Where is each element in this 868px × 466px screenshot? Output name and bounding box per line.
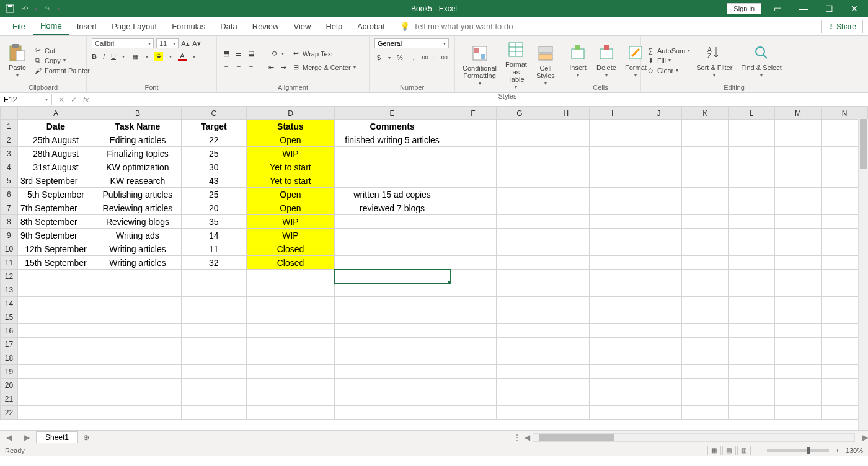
cell-B19[interactable] [94, 365, 182, 379]
cell-A12[interactable] [17, 270, 94, 283]
cell-D8[interactable]: WIP [246, 215, 334, 229]
cell-M4[interactable] [775, 160, 822, 174]
cell-E15[interactable] [335, 310, 450, 324]
cell-H16[interactable] [542, 324, 589, 338]
cell-L12[interactable] [728, 270, 775, 283]
tab-formulas[interactable]: Formulas [164, 18, 213, 35]
cell-L19[interactable] [728, 365, 775, 379]
cell-M15[interactable] [775, 310, 822, 324]
cell-G7[interactable] [496, 201, 542, 215]
column-header-A[interactable]: A [17, 107, 94, 120]
cell-G13[interactable] [496, 283, 542, 297]
copy-button[interactable]: ⧉Copy▾ [33, 56, 90, 65]
cell-D2[interactable]: Open [246, 133, 334, 147]
cell-I20[interactable] [589, 379, 636, 392]
cell-G22[interactable] [496, 406, 542, 420]
cell-M6[interactable] [775, 188, 822, 201]
row-header-20[interactable]: 20 [1, 379, 18, 392]
delete-cells-button[interactable]: Delete▾ [594, 42, 619, 79]
cell-E5[interactable] [335, 174, 450, 188]
chevron-down-icon[interactable]: ▾ [388, 55, 391, 61]
cell-C4[interactable]: 30 [181, 160, 246, 174]
cell-B5[interactable]: KW reasearch [94, 174, 182, 188]
qat-customize-icon[interactable]: ▾ [57, 6, 60, 12]
cell-E7[interactable]: reviewed 7 blogs [335, 201, 450, 215]
cell-F2[interactable] [450, 133, 497, 147]
align-bottom-icon[interactable]: ⬓ [247, 50, 255, 58]
cell-J17[interactable] [636, 338, 682, 351]
row-header-9[interactable]: 9 [1, 229, 18, 242]
cell-K20[interactable] [682, 379, 728, 392]
cell-D22[interactable] [246, 406, 334, 420]
cell-I17[interactable] [589, 338, 636, 351]
cell-I21[interactable] [589, 392, 636, 406]
cell-K13[interactable] [682, 283, 728, 297]
cell-A3[interactable]: 28th August [17, 147, 94, 160]
cell-F5[interactable] [450, 174, 497, 188]
italic-button[interactable]: I [103, 53, 105, 60]
cell-F3[interactable] [450, 147, 497, 160]
sheet-tab-active[interactable]: Sheet1 [36, 431, 78, 443]
fx-icon[interactable]: fx [83, 95, 89, 104]
cell-D13[interactable] [246, 283, 334, 297]
cell-F18[interactable] [450, 351, 497, 365]
cell-M18[interactable] [775, 351, 822, 365]
cell-L18[interactable] [728, 351, 775, 365]
cell-F19[interactable] [450, 365, 497, 379]
cell-G19[interactable] [496, 365, 542, 379]
cell-A6[interactable]: 5th September [17, 188, 94, 201]
cell-A20[interactable] [17, 379, 94, 392]
cell-J4[interactable] [636, 160, 682, 174]
select-all-corner[interactable] [1, 107, 18, 120]
cell-L4[interactable] [728, 160, 775, 174]
accounting-icon[interactable]: $ [374, 53, 383, 62]
cell-K1[interactable] [682, 120, 728, 133]
row-header-6[interactable]: 6 [1, 188, 18, 201]
cell-B10[interactable]: Writing articles [94, 242, 182, 256]
cell-C9[interactable]: 14 [181, 229, 246, 242]
cell-B21[interactable] [94, 392, 182, 406]
column-header-F[interactable]: F [450, 107, 497, 120]
enter-formula-icon[interactable]: ✓ [71, 95, 77, 104]
cell-M7[interactable] [775, 201, 822, 215]
cell-M16[interactable] [775, 324, 822, 338]
cell-F9[interactable] [450, 229, 497, 242]
cell-L6[interactable] [728, 188, 775, 201]
cell-J14[interactable] [636, 297, 682, 310]
spreadsheet-grid[interactable]: ABCDEFGHIJKLMN1DateTask NameTargetStatus… [0, 107, 868, 430]
cell-I11[interactable] [589, 256, 636, 270]
cell-D9[interactable]: WIP [246, 229, 334, 242]
cell-E10[interactable] [335, 242, 450, 256]
cell-I14[interactable] [589, 297, 636, 310]
cell-M21[interactable] [775, 392, 822, 406]
cell-E2[interactable]: finished writing 5 articles [335, 133, 450, 147]
decrease-decimal-icon[interactable]: ←.00 [436, 53, 445, 62]
cell-A13[interactable] [17, 283, 94, 297]
cell-B16[interactable] [94, 324, 182, 338]
cell-M5[interactable] [775, 174, 822, 188]
cell-J18[interactable] [636, 351, 682, 365]
cell-C13[interactable] [181, 283, 246, 297]
cell-C7[interactable]: 20 [181, 201, 246, 215]
tab-insert[interactable]: Insert [69, 18, 105, 35]
cell-H9[interactable] [542, 229, 589, 242]
chevron-down-icon[interactable]: ▾ [281, 51, 284, 56]
cell-J16[interactable] [636, 324, 682, 338]
cell-J10[interactable] [636, 242, 682, 256]
cell-M17[interactable] [775, 338, 822, 351]
format-painter-button[interactable]: 🖌Format Painter [33, 66, 90, 75]
cell-A8[interactable]: 8th September [17, 215, 94, 229]
merge-center-button[interactable]: ⊟Merge & Center▾ [291, 63, 356, 72]
cell-A5[interactable]: 3rd September [17, 174, 94, 188]
cell-K6[interactable] [682, 188, 728, 201]
column-header-I[interactable]: I [589, 107, 636, 120]
cell-H17[interactable] [542, 338, 589, 351]
cell-J2[interactable] [636, 133, 682, 147]
align-top-icon[interactable]: ⬒ [222, 50, 231, 58]
name-box[interactable]: E12▾ [0, 94, 52, 105]
cell-G6[interactable] [496, 188, 542, 201]
row-header-10[interactable]: 10 [1, 242, 18, 256]
row-header-22[interactable]: 22 [1, 406, 18, 420]
cell-I3[interactable] [589, 147, 636, 160]
cell-A4[interactable]: 31st August [17, 160, 94, 174]
